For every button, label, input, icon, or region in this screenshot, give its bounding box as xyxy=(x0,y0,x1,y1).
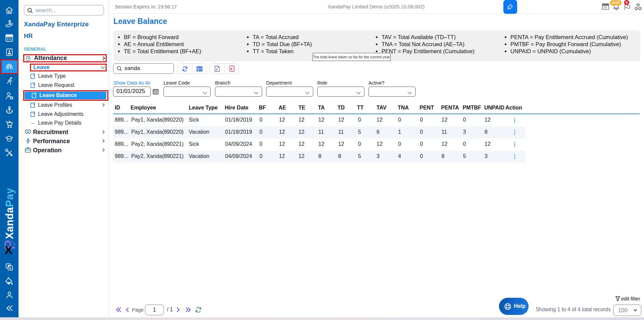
svg-text:▾: ▾ xyxy=(230,67,233,71)
svg-text:x: x xyxy=(216,68,218,71)
